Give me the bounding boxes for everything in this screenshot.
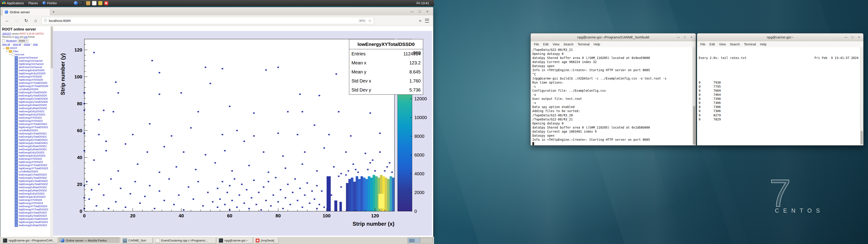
terminal-titlebar[interactable]: npg@carme-gsi:~ —□× <box>697 33 863 41</box>
tree-item[interactable]: highEnergyXYTotalDSSD0 <box>2 85 51 88</box>
taskbar-button[interactable]: CARME_Sort <box>121 238 153 243</box>
tree-item[interactable]: lowEnergyExRateDSSD0 <box>2 103 51 106</box>
tree-item[interactable]: lowEnergyXYTotalDSSD2 <box>2 163 51 167</box>
tree-item[interactable]: highEnergyVsChannel <box>2 62 51 65</box>
overflow-chevrons-icon[interactable]: » <box>419 18 421 23</box>
new-tab-button[interactable]: + <box>50 8 57 16</box>
taskbar-button[interactable]: [AnyDesk] <box>254 238 278 243</box>
menu-terminal[interactable]: Terminal <box>742 42 758 46</box>
taskbar-button[interactable]: npg@carme-gsi:~/Programs/CAR... <box>1 238 58 243</box>
tree-item[interactable]: highEnergyEyTotalDSSD1 <box>2 142 51 145</box>
tree-item[interactable]: highEnergyExEyDSSD0 <box>2 72 51 75</box>
menu-help[interactable]: Help <box>758 42 769 46</box>
json-link[interactable]: json <box>15 36 19 38</box>
tree-item[interactable]: highEnergyExEyDSSD3 <box>2 195 51 199</box>
text-editor-icon[interactable] <box>92 1 96 5</box>
tree-item[interactable]: absPulserVsChannel <box>2 65 51 69</box>
tree-item[interactable]: highEnergyExEyDSSD1 <box>2 113 51 116</box>
terminal-scrollbar[interactable] <box>692 47 696 145</box>
workspace-2[interactable] <box>420 238 432 243</box>
menu-view[interactable]: View <box>717 42 728 46</box>
tree-item[interactable]: lowEnergyXYDSSD2 <box>2 157 51 160</box>
minimize-button[interactable]: — <box>409 8 415 14</box>
layout-select[interactable]: simple ▾ <box>18 39 28 43</box>
firefox-icon[interactable] <box>74 1 78 5</box>
menu-edit[interactable]: Edit <box>541 42 551 46</box>
places-menu[interactable]: Places <box>26 0 40 6</box>
tree-item[interactable]: lowEnergyExTotalDSSD1 <box>2 132 51 135</box>
terminal-output[interactable]: /TapeData/G22-88/R3_21Opening dataspy 0d… <box>531 47 693 145</box>
tree-item[interactable]: cyVsBxByDSSD1 <box>2 129 51 132</box>
tree-item[interactable]: lowEnergyEyTotalDSSD2 <box>2 176 51 179</box>
tree-item-file[interactable]: ▾test.root <box>2 53 51 56</box>
tree-item[interactable]: lowEnergyExEyDSSD0 <box>2 69 51 72</box>
workspace-1[interactable] <box>408 238 420 243</box>
tree-item[interactable]: pulserVsChannel <box>2 56 51 59</box>
terminal-scrollbar[interactable] <box>860 47 863 145</box>
tree-item[interactable]: highEnergyXYTotalDSSD2 <box>2 167 51 170</box>
tree-item[interactable]: lowEnergyExRateDSSD3 <box>2 224 51 227</box>
menu-hamburger-icon[interactable] <box>425 19 429 23</box>
tree-item[interactable]: highEnergyExTotalDSSD0 <box>2 97 51 100</box>
applications-menu[interactable]: Applications <box>0 0 26 6</box>
tree-item[interactable]: lowEnergyExEyDSSD1 <box>2 110 51 113</box>
terminal-output[interactable]: Every 2.0s: tail rates.txt Fri Feb 9 13:… <box>697 47 860 145</box>
maximize-button[interactable]: □ <box>682 35 687 39</box>
tree-item[interactable]: highEnergyEyTotalDSSD0 <box>2 100 51 103</box>
expander-icon[interactable]: ▾ <box>9 54 11 56</box>
maximize-button[interactable]: □ <box>850 35 855 39</box>
tree-item[interactable]: lowEnergyExTotalDSSD0 <box>2 91 51 94</box>
tree-item[interactable]: lowEnergyXYTotalDSSD1 <box>2 122 51 126</box>
browser-tab[interactable]: Online server <box>2 8 50 16</box>
menu-search[interactable]: Search <box>561 42 576 46</box>
expander-icon[interactable]: ▾ <box>3 47 5 49</box>
close-button[interactable]: × <box>689 35 694 39</box>
tree-item[interactable]: highEnergyExTotalDSSD3 <box>2 217 51 220</box>
jsroot-link[interactable]: JSROOT <box>2 33 11 35</box>
tree-item[interactable]: highEnergyExTotalDSSD2 <box>2 179 51 183</box>
action-link-clear[interactable]: clear <box>33 43 38 45</box>
tree-item[interactable]: highEnergyXYTotalDSSD3 <box>2 208 51 211</box>
action-link-close-all[interactable]: close all <box>13 43 21 45</box>
tree-item[interactable]: lowEnergyXYTotalDSSD3 <box>2 205 51 208</box>
reload-button[interactable]: ↻ <box>23 17 30 24</box>
tree-item[interactable]: lowEnergyXYDSSD3 <box>2 199 51 202</box>
back-button[interactable]: ← <box>4 17 11 24</box>
tree-item[interactable]: highEnergyXYTotalDSSD1 <box>2 126 51 129</box>
tree-item[interactable]: lowEnergyEyTotalDSSD0 <box>2 94 51 97</box>
tree-item[interactable]: lowEnergyXYTotalDSSD0 <box>2 81 51 85</box>
tree-item[interactable]: cyVsBxByDSSD0 <box>2 88 51 91</box>
expander-icon[interactable]: ▾ <box>6 50 8 53</box>
taskbar-button[interactable]: EventClustering.cpp (~/Programs/... <box>154 238 216 243</box>
taskbar-button[interactable]: npg@carme-gsi:~ <box>217 238 253 243</box>
panel-clock[interactable]: Fri 13:41 <box>412 1 434 5</box>
screenshot-icon[interactable] <box>98 1 102 5</box>
tree-item[interactable]: lowEnergyExRateDSSD2 <box>2 186 51 189</box>
minimize-button[interactable]: — <box>676 35 681 39</box>
tree-item[interactable]: lowEnergyEyRateDSSD1 <box>2 148 51 151</box>
firefox-titlebar[interactable]: Online server + —□× <box>0 7 433 16</box>
tree-item[interactable]: lowEnergyExEyDSSD2 <box>2 151 51 154</box>
menu-terminal[interactable]: Terminal <box>576 42 592 46</box>
monitoring-checkbox[interactable] <box>2 39 5 42</box>
scrollbar-thumb[interactable] <box>51 27 53 68</box>
tree-item[interactable]: lowEnergyVsChannel <box>2 59 51 62</box>
tree-item[interactable]: highEnergyEyTotalDSSD3 <box>2 220 51 224</box>
tree-item[interactable]: lowEnergyExTotalDSSD3 <box>2 211 51 214</box>
tree-item[interactable]: highEnergyXYDSSD3 <box>2 202 51 205</box>
forward-button[interactable]: → <box>13 17 20 24</box>
files-icon[interactable] <box>86 1 90 5</box>
menu-edit[interactable]: Edit <box>708 42 717 46</box>
menu-view[interactable]: View <box>551 42 561 46</box>
home-button[interactable]: ⌂ <box>32 17 39 24</box>
site-info-icon[interactable]: ⓘ <box>44 19 47 23</box>
tree-item[interactable]: lowEnergyEyRateDSSD2 <box>2 189 51 192</box>
menu-file[interactable]: File <box>532 42 541 46</box>
tree-item[interactable]: highEnergyExTotalDSSD1 <box>2 138 51 142</box>
tree-item[interactable]: cyVsBxByDSSD2 <box>2 170 51 173</box>
close-button[interactable]: × <box>857 35 862 39</box>
tree-item[interactable]: lowEnergyXYDSSD0 <box>2 75 51 78</box>
tree-item[interactable]: lowEnergyExRateDSSD1 <box>2 145 51 148</box>
tree-item[interactable]: lowEnergyExTotalDSSD2 <box>2 173 51 176</box>
close-button[interactable]: × <box>424 8 431 14</box>
